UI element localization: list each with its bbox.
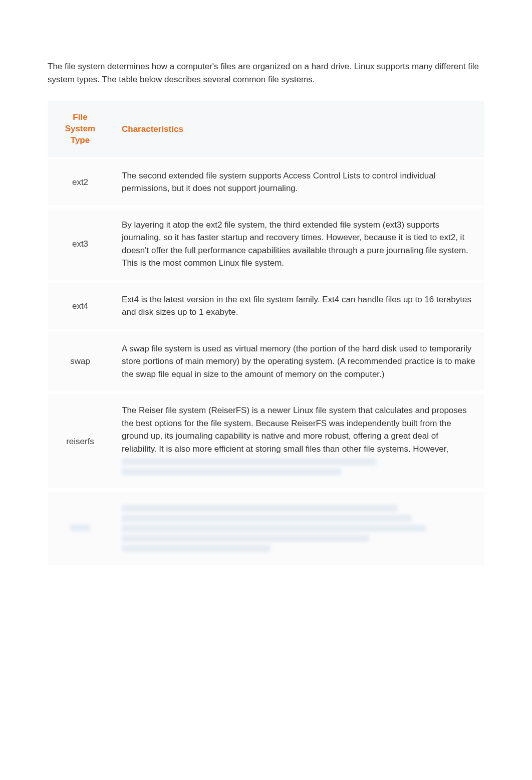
- blurred-text: [122, 505, 398, 512]
- type-cell: ext3: [48, 207, 113, 280]
- header-type: File System Type: [48, 101, 113, 157]
- desc-text: The Reiser file system (ReiserFS) is a n…: [122, 406, 467, 454]
- file-systems-table: File System Type Characteristics ext2 Th…: [48, 99, 484, 567]
- blurred-text: [122, 458, 376, 465]
- table-row: reiserfs The Reiser file system (ReiserF…: [48, 393, 484, 488]
- desc-cell-blurred: [113, 490, 484, 565]
- blurred-text: [122, 515, 412, 522]
- type-cell-blurred: [48, 490, 113, 565]
- blurred-text: [70, 524, 90, 531]
- desc-cell: The Reiser file system (ReiserFS) is a n…: [113, 393, 484, 488]
- header-characteristics: Characteristics: [113, 101, 484, 157]
- blurred-text: [122, 545, 271, 552]
- table-row: swap A swap file system is used as virtu…: [48, 331, 484, 391]
- blurred-text: [122, 525, 426, 532]
- table-row: ext4 Ext4 is the latest version in the e…: [48, 282, 484, 329]
- blurred-text: [122, 535, 369, 542]
- table-row: [48, 490, 484, 565]
- desc-cell: A swap file system is used as virtual me…: [113, 331, 484, 391]
- desc-cell: By layering it atop the ext2 file system…: [113, 207, 484, 280]
- blurred-text: [122, 468, 341, 475]
- desc-cell: Ext4 is the latest version in the ext fi…: [113, 282, 484, 329]
- type-cell: reiserfs: [48, 393, 113, 488]
- table-row: ext2 The second extended file system sup…: [48, 159, 484, 205]
- type-cell: swap: [48, 331, 113, 391]
- table-row: ext3 By layering it atop the ext2 file s…: [48, 207, 484, 280]
- desc-cell: The second extended file system supports…: [113, 159, 484, 205]
- type-cell: ext4: [48, 282, 113, 329]
- intro-paragraph: The file system determines how a compute…: [48, 60, 484, 86]
- type-cell: ext2: [48, 159, 113, 205]
